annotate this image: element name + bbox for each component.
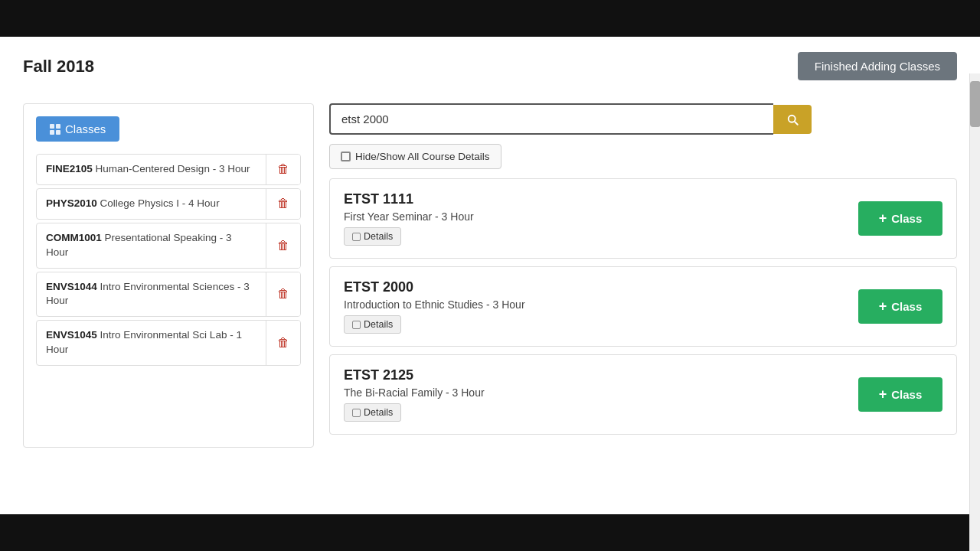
course-number: ETST 2125: [344, 367, 858, 383]
enrolled-item: PHYS2010 College Physics I - 4 Hour 🗑: [36, 188, 301, 220]
enrolled-item-text: FINE2105 Human-Centered Design - 3 Hour: [37, 155, 266, 184]
delete-course-button[interactable]: 🗑: [266, 189, 300, 219]
details-icon: [352, 233, 361, 241]
header-row: Fall 2018 Finished Adding Classes: [23, 52, 957, 80]
delete-course-button[interactable]: 🗑: [266, 321, 300, 365]
left-panel: Classes FINE2105 Human-Centered Design -…: [23, 103, 314, 448]
enrolled-list: FINE2105 Human-Centered Design - 3 Hour …: [36, 154, 301, 366]
enrolled-item: COMM1001 Presentational Speaking - 3 Hou…: [36, 223, 301, 269]
course-info: ETST 1111 First Year Seminar - 3 Hour De…: [344, 191, 858, 246]
enrolled-item: ENVS1044 Intro Environmental Sciences - …: [36, 272, 301, 318]
body-row: Classes FINE2105 Human-Centered Design -…: [23, 103, 957, 448]
delete-course-button[interactable]: 🗑: [266, 272, 300, 317]
finished-adding-button[interactable]: Finished Adding Classes: [798, 52, 957, 80]
add-class-button[interactable]: + Class: [858, 289, 942, 324]
plus-icon: +: [879, 386, 887, 403]
course-desc: First Year Seminar - 3 Hour: [344, 210, 858, 223]
course-code: ENVS1045: [46, 329, 97, 341]
course-card: ETST 2000 Introduction to Ethnic Studies…: [329, 266, 957, 347]
course-card: ETST 2125 The Bi-Racial Family - 3 Hour …: [329, 354, 957, 435]
course-code: COMM1001: [46, 232, 102, 243]
delete-course-button[interactable]: 🗑: [266, 223, 300, 268]
details-button[interactable]: Details: [344, 403, 401, 422]
grid-icon: [50, 124, 60, 135]
course-desc: The Bi-Racial Family - 3 Hour: [344, 386, 858, 399]
enrolled-item-text: ENVS1045 Intro Environmental Sci Lab - 1…: [37, 321, 266, 365]
page-title: Fall 2018: [23, 57, 94, 77]
details-button[interactable]: Details: [344, 315, 401, 334]
hide-show-button[interactable]: Hide/Show All Course Details: [329, 144, 501, 169]
add-class-button[interactable]: + Class: [858, 201, 942, 236]
search-button[interactable]: [773, 105, 812, 134]
main-content: Fall 2018 Finished Adding Classes Classe…: [0, 37, 980, 514]
course-desc: Introduction to Ethnic Studies - 3 Hour: [344, 298, 858, 311]
right-panel: etst 2000 Hide/Show All Course Details E…: [329, 103, 957, 435]
delete-course-button[interactable]: 🗑: [266, 155, 300, 184]
course-info: ETST 2125 The Bi-Racial Family - 3 Hour …: [344, 367, 858, 422]
enrolled-item: ENVS1045 Intro Environmental Sci Lab - 1…: [36, 320, 301, 366]
course-name: College Physics I - 4 Hour: [100, 197, 220, 209]
course-card: ETST 1111 First Year Seminar - 3 Hour De…: [329, 178, 957, 259]
course-code: PHYS2010: [46, 197, 97, 209]
search-input[interactable]: etst 2000: [329, 103, 773, 135]
details-button[interactable]: Details: [344, 227, 401, 246]
course-results: ETST 1111 First Year Seminar - 3 Hour De…: [329, 178, 957, 435]
details-icon: [352, 409, 361, 417]
search-icon: [786, 112, 799, 126]
scrollbar-thumb[interactable]: [970, 81, 980, 127]
search-row: etst 2000: [329, 103, 957, 135]
enrolled-item: FINE2105 Human-Centered Design - 3 Hour …: [36, 154, 301, 185]
course-number: ETST 1111: [344, 191, 858, 207]
top-bar: [0, 0, 980, 37]
enrolled-item-text: ENVS1044 Intro Environmental Sciences - …: [37, 272, 266, 317]
scrollbar-track[interactable]: [969, 73, 980, 551]
course-number: ETST 2000: [344, 279, 858, 295]
course-code: ENVS1044: [46, 281, 97, 292]
details-icon: [352, 321, 361, 329]
bottom-bar: [0, 514, 980, 551]
plus-icon: +: [879, 210, 887, 227]
course-info: ETST 2000 Introduction to Ethnic Studies…: [344, 279, 858, 334]
course-code: FINE2105: [46, 163, 93, 174]
course-name: Human-Centered Design - 3 Hour: [96, 163, 250, 174]
classes-button[interactable]: Classes: [36, 116, 119, 142]
enrolled-item-text: PHYS2010 College Physics I - 4 Hour: [37, 189, 266, 219]
add-class-button[interactable]: + Class: [858, 377, 942, 412]
db-icon: [341, 152, 351, 161]
enrolled-item-text: COMM1001 Presentational Speaking - 3 Hou…: [37, 223, 266, 268]
plus-icon: +: [879, 298, 887, 315]
